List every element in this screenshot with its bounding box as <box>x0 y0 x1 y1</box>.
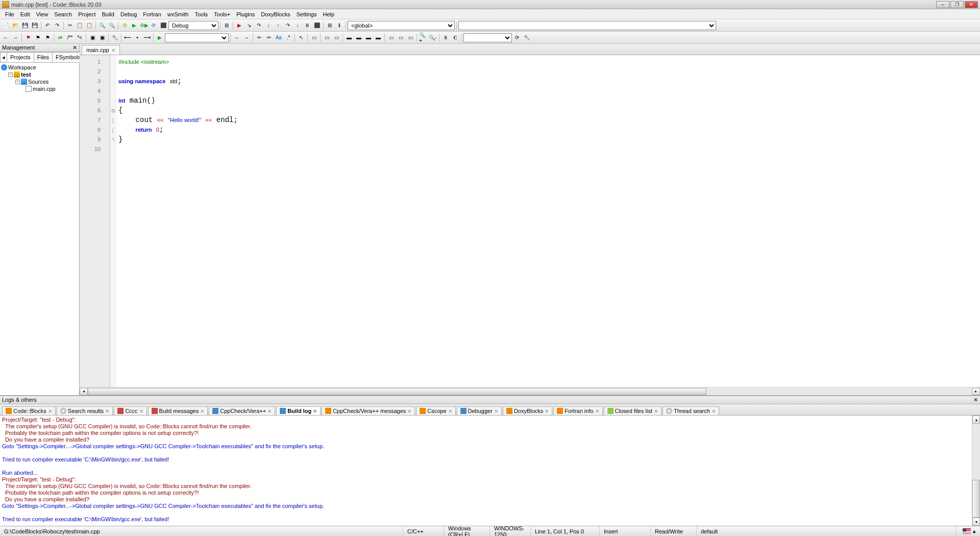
menu-file[interactable]: File <box>2 10 17 18</box>
s-icon[interactable]: S <box>441 33 450 42</box>
logs-close-icon[interactable]: ✕ <box>973 397 978 403</box>
logtab-debugger[interactable]: Debugger✕ <box>457 406 502 415</box>
mgmt-tab-projects[interactable]: Projects <box>7 52 34 62</box>
menu-view[interactable]: View <box>33 10 52 18</box>
highlight2-icon[interactable]: ✏ <box>264 33 274 42</box>
mgmt-tab-scroll-left[interactable]: ◂ <box>0 52 7 62</box>
info-icon[interactable]: ℹ <box>335 21 344 30</box>
tab-close-icon[interactable]: ✕ <box>712 408 716 414</box>
tab-close-icon[interactable]: ✕ <box>448 408 452 414</box>
bookmark-prev-icon[interactable]: ⚑ <box>33 33 42 42</box>
expander-icon[interactable]: − <box>8 72 13 77</box>
find-icon[interactable]: 🔍 <box>97 21 107 30</box>
menu-build[interactable]: Build <box>99 10 117 18</box>
management-close-icon[interactable]: ✕ <box>72 44 77 51</box>
jump-fwd-icon[interactable]: → <box>11 33 20 42</box>
tab-close-icon[interactable]: ✕ <box>494 408 498 414</box>
minimize-button[interactable]: ─ <box>936 1 949 8</box>
expander-icon[interactable]: − <box>15 80 20 84</box>
rect3-icon[interactable]: ▭ <box>332 33 341 42</box>
select-icon[interactable]: ↖ <box>297 33 306 42</box>
next-instr-icon[interactable]: ↷ <box>283 21 292 30</box>
wand-icon[interactable]: 🔧 <box>110 33 119 42</box>
block4-icon[interactable]: ▬ <box>374 33 383 42</box>
rect1-icon[interactable]: ▭ <box>309 33 318 42</box>
tab-close-icon[interactable]: ✕ <box>267 408 272 414</box>
zoom-out-icon[interactable]: 🔍- <box>428 33 437 42</box>
menu-project[interactable]: Project <box>75 10 99 18</box>
tab-close-icon[interactable]: ✕ <box>48 408 52 414</box>
block1-icon[interactable]: ▬ <box>345 33 354 42</box>
copy-icon[interactable]: 📋 <box>75 21 84 30</box>
fold-column[interactable]: ⊟││└ <box>110 55 116 387</box>
scroll-left-icon[interactable]: ◂ <box>80 388 88 395</box>
mgmt-tab-files[interactable]: Files <box>34 52 53 62</box>
menu-doxyblocks[interactable]: DoxyBlocks <box>258 10 293 18</box>
logtab-cccc[interactable]: Cccc✕ <box>114 406 146 415</box>
symbol-combo[interactable] <box>458 21 716 30</box>
maximize-button[interactable]: ❐ <box>950 1 964 8</box>
doxy-settings-icon[interactable]: ▣ <box>97 33 107 42</box>
menu-fortran[interactable]: Fortran <box>140 10 164 18</box>
block5-icon[interactable]: ▭ <box>386 33 396 42</box>
menu-help[interactable]: Help <box>320 10 337 18</box>
step-into-instr-icon[interactable]: ↓ <box>293 21 302 30</box>
nav-back-icon[interactable]: ← <box>232 33 241 42</box>
logtab-cppcheck[interactable]: CppCheck/Vera++✕ <box>209 406 275 415</box>
build-run-icon[interactable]: ⚙▶ <box>139 21 149 30</box>
tab-close-icon[interactable]: ✕ <box>545 408 549 414</box>
logtab-doxyblocks[interactable]: DoxyBlocks✕ <box>503 406 552 415</box>
block2-icon[interactable]: ▬ <box>354 33 363 42</box>
jump-back-icon[interactable]: ← <box>1 33 10 42</box>
stop-debug-icon[interactable]: ⬛ <box>312 21 322 30</box>
zoom-in-icon[interactable]: 🔍+ <box>419 33 428 42</box>
logtab-buildlog[interactable]: Build log✕ <box>276 406 321 415</box>
bookmark-next-icon[interactable]: ⚑ <box>43 33 52 42</box>
redo-icon[interactable]: ↷ <box>53 21 62 30</box>
menu-tools[interactable]: Tools <box>191 10 211 18</box>
save-all-icon[interactable]: 💾 <box>30 21 39 30</box>
refresh-icon[interactable]: ⟳ <box>512 33 522 42</box>
menu-edit[interactable]: Edit <box>17 10 33 18</box>
undo-icon[interactable]: ↶ <box>43 21 52 30</box>
tab-close-icon[interactable]: ✕ <box>139 408 143 414</box>
tab-close-icon[interactable]: ✕ <box>105 408 109 414</box>
helper-combo[interactable] <box>165 33 229 42</box>
hscroll-thumb[interactable] <box>88 388 706 395</box>
code-editor[interactable]: #include <iostream> using namespace std;… <box>116 55 980 387</box>
regex-icon[interactable]: .* <box>284 33 293 42</box>
last-func-icon[interactable]: ⟶ <box>142 33 152 42</box>
logs-vscroll[interactable]: ▴ ▾ <box>972 416 980 526</box>
tab-close-icon[interactable]: ✕ <box>595 408 599 414</box>
run-icon[interactable]: ▶ <box>130 21 139 30</box>
vscroll-thumb[interactable] <box>972 480 980 518</box>
debug-windows-icon[interactable]: ⊞ <box>325 21 334 30</box>
menu-plugins[interactable]: Plugins <box>233 10 258 18</box>
editor-hscroll[interactable]: ◂ ▸ <box>80 387 980 395</box>
paste-icon[interactable]: 📋 <box>85 21 94 30</box>
tab-close-icon[interactable]: ✕ <box>313 408 317 414</box>
tree-project[interactable]: − test <box>1 71 78 78</box>
logtab-codeblocks[interactable]: Code::Blocks✕ <box>2 406 56 415</box>
toggle-source-header-icon[interactable]: ⊞ <box>222 21 231 30</box>
build-log-output[interactable]: Project/Target: "test - Debug": The comp… <box>0 416 972 526</box>
run-doxy-icon[interactable]: ▣ <box>88 33 97 42</box>
comment-icon[interactable]: /** <box>65 33 75 42</box>
close-button[interactable]: ✕ <box>965 1 978 8</box>
menu-wxsmith[interactable]: wxSmith <box>164 10 192 18</box>
block7-icon[interactable]: ▭ <box>406 33 415 42</box>
tab-close-icon[interactable]: ✕ <box>111 47 115 53</box>
uncomment-icon[interactable]: *< <box>75 33 84 42</box>
menu-search[interactable]: Search <box>51 10 75 18</box>
step-out-icon[interactable]: ↑ <box>274 21 283 30</box>
run-to-cursor-icon[interactable]: ↘ <box>244 21 254 30</box>
logtab-buildmsg[interactable]: Build messages✕ <box>148 406 208 415</box>
save-icon[interactable]: 💾 <box>20 21 30 30</box>
tree-sources[interactable]: − Sources <box>1 78 78 85</box>
scope-combo[interactable]: <global> <box>348 21 455 30</box>
build-target-combo[interactable]: Debug <box>168 21 218 30</box>
block6-icon[interactable]: ▭ <box>396 33 405 42</box>
debug-start-icon[interactable]: ▶ <box>235 21 244 30</box>
menu-toolsplus[interactable]: Tools+ <box>211 10 233 18</box>
editor-tab-main[interactable]: main.cpp ✕ <box>82 45 120 55</box>
